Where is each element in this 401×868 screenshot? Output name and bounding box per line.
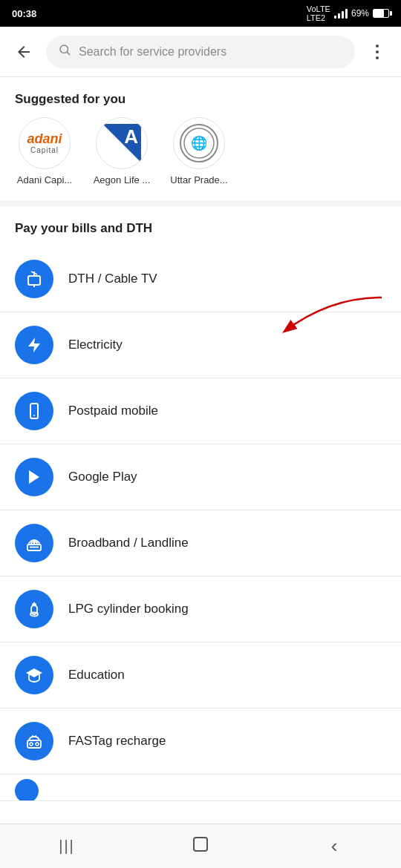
fastag-label: FASTag recharge <box>68 734 166 749</box>
bills-section: Pay your bills and DTH DTH / Cable TV <box>0 206 401 801</box>
three-dots-icon <box>376 45 379 59</box>
education-icon-circle <box>15 656 53 694</box>
up-logo: 🌐 <box>173 117 225 169</box>
bill-item-education[interactable]: Education <box>0 642 401 708</box>
suggested-item-adani[interactable]: adani Capital Adani Capi... <box>15 117 74 185</box>
svg-point-20 <box>30 743 33 746</box>
lpg-icon-circle <box>15 590 53 628</box>
suggested-title: Suggested for you <box>0 77 401 117</box>
network-label: VoLTELTE2 <box>307 4 330 22</box>
electricity-label: Electricity <box>68 338 123 352</box>
battery-icon <box>373 9 389 18</box>
suggested-section: Suggested for you adani Capital Adani Ca… <box>0 77 401 200</box>
signal-icon <box>334 8 348 19</box>
dth-label: DTH / Cable TV <box>68 272 157 286</box>
education-label: Education <box>68 668 125 683</box>
adani-name: Adani Capi... <box>17 174 72 185</box>
search-bar[interactable]: Search for service providers <box>46 36 355 68</box>
top-bar: Search for service providers <box>0 27 401 77</box>
suggested-item-up[interactable]: 🌐 Uttar Prade... <box>169 117 229 185</box>
google-play-label: Google Play <box>68 470 137 484</box>
bills-list: DTH / Cable TV Electricity <box>0 246 401 801</box>
bill-item-broadband[interactable]: Broadband / Landline <box>0 510 401 576</box>
back-button[interactable] <box>10 39 37 65</box>
more-button[interactable] <box>364 39 391 65</box>
nav-home-button[interactable] <box>171 832 230 861</box>
section-divider <box>0 200 401 206</box>
home-icon <box>192 835 209 858</box>
svg-point-15 <box>33 542 35 544</box>
suggested-row: adani Capital Adani Capi... A Aegon Life… <box>0 117 401 200</box>
nav-recents-button[interactable]: ||| <box>37 832 97 861</box>
aegon-logo: A <box>96 117 148 169</box>
bill-item-dth[interactable]: DTH / Cable TV <box>0 246 401 312</box>
dth-icon-circle <box>15 260 53 298</box>
up-name: Uttar Prade... <box>170 174 227 185</box>
back-nav-icon: ‹ <box>331 835 338 858</box>
google-play-icon-circle <box>15 458 53 496</box>
fastag-icon-circle <box>15 722 53 760</box>
nav-back-button[interactable]: ‹ <box>304 832 364 861</box>
nav-bar: ||| ‹ <box>0 823 401 868</box>
lpg-label: LPG cylinder booking <box>68 602 189 617</box>
svg-text:🌐: 🌐 <box>191 135 208 151</box>
bills-title: Pay your bills and DTH <box>0 206 401 246</box>
status-bar: 00:38 VoLTELTE2 69% <box>0 0 401 27</box>
search-icon <box>58 43 71 60</box>
aegon-name: Aegon Life ... <box>94 174 151 185</box>
svg-rect-3 <box>28 276 40 285</box>
content: Suggested for you adani Capital Adani Ca… <box>0 77 401 853</box>
bill-item-lpg[interactable]: LPG cylinder booking <box>0 576 401 642</box>
suggested-item-aegon[interactable]: A Aegon Life ... <box>92 117 151 185</box>
bill-item-more[interactable] <box>0 775 401 801</box>
bill-item-fastag[interactable]: FASTag recharge <box>0 708 401 775</box>
electricity-icon-circle <box>15 326 53 364</box>
bill-item-electricity[interactable]: Electricity <box>0 312 401 378</box>
recents-icon: ||| <box>59 838 75 855</box>
svg-point-10 <box>33 415 35 416</box>
bill-item-google-play[interactable]: Google Play <box>0 444 401 510</box>
postpaid-icon-circle <box>15 392 53 430</box>
svg-point-21 <box>36 743 39 746</box>
battery-percent: 69% <box>351 8 369 19</box>
svg-rect-24 <box>194 838 207 851</box>
status-right: VoLTELTE2 69% <box>307 4 389 22</box>
search-placeholder-text: Search for service providers <box>79 45 226 59</box>
broadband-label: Broadband / Landline <box>68 536 189 550</box>
postpaid-label: Postpaid mobile <box>68 404 158 418</box>
broadband-icon-circle <box>15 524 53 562</box>
bill-item-postpaid[interactable]: Postpaid mobile <box>0 378 401 444</box>
status-time: 00:38 <box>12 8 36 19</box>
more-icon-circle <box>15 779 39 802</box>
adani-logo: adani Capital <box>19 117 71 169</box>
